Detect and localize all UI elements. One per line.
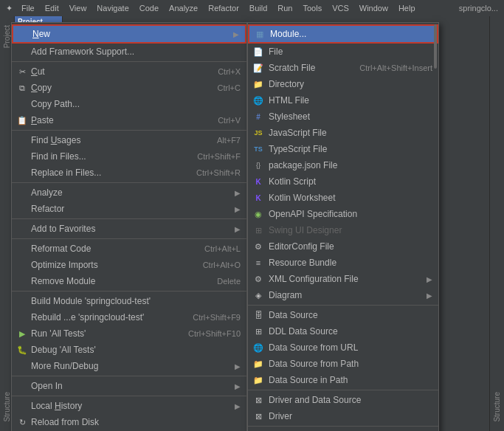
- menu-item-new[interactable]: New ▶: [13, 26, 245, 42]
- menu-label-new: New: [32, 29, 230, 39]
- menu-help[interactable]: Help: [394, 2, 420, 14]
- submenu-item-html[interactable]: 🌐 HTML File: [248, 92, 438, 108]
- submenu-label-javascript: JavaScript File: [269, 128, 432, 138]
- menu-run[interactable]: Run: [273, 2, 297, 14]
- menu-item-reload[interactable]: ↻ Reload from Disk: [12, 414, 246, 430]
- menu-item-optimize[interactable]: Optimize Imports Ctrl+Alt+O: [12, 257, 246, 273]
- submenu-item-xml-config[interactable]: ⚙ XML Configuration File ▶: [248, 271, 438, 287]
- app-logo: ✦: [6, 4, 13, 13]
- menu-item-add-framework[interactable]: Add Framework Support...: [12, 44, 246, 60]
- reformat-icon: [16, 243, 28, 255]
- menu-refactor[interactable]: Refactor: [204, 2, 244, 14]
- package-json-icon: {}: [252, 159, 264, 171]
- menu-item-paste[interactable]: 📋 Paste Ctrl+V: [12, 112, 246, 128]
- separator-6: [12, 291, 246, 292]
- submenu-item-ddl[interactable]: ⊞ DDL Data Source: [248, 323, 438, 339]
- menu-window[interactable]: Window: [355, 2, 393, 14]
- more-run-debug-arrow: ▶: [235, 362, 241, 370]
- menu-item-local-history[interactable]: Local History ▶: [12, 398, 246, 414]
- submenu-item-ds-path[interactable]: 📁 Data Source from Path: [248, 356, 438, 372]
- menu-item-build-module[interactable]: Build Module 'springcloud-test': [12, 293, 246, 309]
- submenu-item-driver[interactable]: ⊠ Driver: [248, 408, 438, 424]
- menu-item-more-run-debug[interactable]: More Run/Debug ▶: [12, 358, 246, 374]
- submenu-label-swing: Swing UI Designer: [269, 225, 432, 235]
- find-in-files-shortcut: Ctrl+Shift+F: [197, 152, 241, 161]
- menu-item-copy[interactable]: ⧉ Copy Ctrl+C: [12, 80, 246, 96]
- data-source-icon: 🗄: [252, 309, 264, 321]
- submenu-separator-2: [248, 390, 438, 390]
- menu-navigate[interactable]: Navigate: [92, 2, 133, 14]
- xml-config-icon: ⚙: [252, 273, 264, 285]
- scroll-thumb[interactable]: [434, 24, 437, 69]
- menu-item-replace-in-files[interactable]: Replace in Files... Ctrl+Shift+R: [12, 165, 246, 181]
- sidebar-tab-right[interactable]: Structure: [491, 386, 503, 428]
- menu-item-open-in[interactable]: Open In ▶: [12, 378, 246, 394]
- submenu-item-file[interactable]: 📄 File: [248, 44, 438, 60]
- menu-item-analyze[interactable]: Analyze ▶: [12, 185, 246, 201]
- menu-edit[interactable]: Edit: [41, 2, 63, 14]
- open-in-icon: [16, 380, 28, 392]
- separator-2: [12, 130, 246, 131]
- submenu-item-package-json[interactable]: {} package.json File: [248, 157, 438, 173]
- paste-shortcut: Ctrl+V: [218, 116, 241, 125]
- menu-item-copy-path[interactable]: Copy Path...: [12, 96, 246, 112]
- submenu-separator-3: [248, 426, 438, 427]
- refactor-arrow: ▶: [235, 205, 241, 213]
- menu-vcs[interactable]: VCS: [328, 2, 353, 14]
- submenu-item-driver-ds[interactable]: ⊠ Driver and Data Source: [248, 392, 438, 408]
- menu-item-run-tests[interactable]: ▶ Run 'All Tests' Ctrl+Shift+F10: [12, 325, 246, 342]
- separator-8: [12, 396, 246, 396]
- scroll-indicator: [433, 23, 438, 431]
- menu-item-debug-tests[interactable]: 🐛 Debug 'All Tests': [12, 342, 246, 358]
- menu-item-cut[interactable]: ✂ Cut Ctrl+X: [12, 63, 246, 80]
- submenu-item-scratch-file[interactable]: 📝 Scratch File Ctrl+Alt+Shift+Insert: [248, 60, 438, 76]
- submenu-item-data-source[interactable]: 🗄 Data Source: [248, 307, 438, 323]
- menu-view[interactable]: View: [65, 2, 92, 14]
- submenu-separator-1: [248, 305, 438, 306]
- submenu-item-resource-bundle[interactable]: ≡ Resource Bundle: [248, 255, 438, 271]
- submenu-label-resource-bundle: Resource Bundle: [269, 258, 432, 268]
- submenu-item-kotlin-worksheet[interactable]: K Kotlin Worksheet: [248, 190, 438, 206]
- submenu-item-diagram[interactable]: ◈ Diagram ▶: [248, 287, 438, 303]
- menu-tools[interactable]: Tools: [298, 2, 326, 14]
- menu-file[interactable]: File: [17, 2, 39, 14]
- menu-build[interactable]: Build: [245, 2, 272, 14]
- file-icon: 📄: [252, 46, 264, 58]
- menu-item-remove-module[interactable]: Remove Module Delete: [12, 273, 246, 289]
- menu-analyze[interactable]: Analyze: [165, 2, 202, 14]
- menu-item-rebuild[interactable]: Rebuild ...e 'springcloud-test' Ctrl+Shi…: [12, 309, 246, 325]
- submenu-item-ds-in-path[interactable]: 📁 Data Source in Path: [248, 372, 438, 388]
- submenu-item-module[interactable]: ▦ Module...: [249, 26, 437, 42]
- scratch-file-icon: 📝: [252, 62, 264, 74]
- menu-item-refactor[interactable]: Refactor ▶: [12, 201, 246, 217]
- menu-item-find-in-files[interactable]: Find in Files... Ctrl+Shift+F: [12, 148, 246, 165]
- submenu-label-kotlin-script: Kotlin Script: [269, 176, 432, 187]
- submenu-item-typescript[interactable]: TS TypeScript File: [248, 141, 438, 157]
- local-history-arrow: ▶: [235, 402, 241, 410]
- menu-item-find-usages[interactable]: Find Usages Alt+F7: [12, 132, 246, 148]
- submenu-item-http[interactable]: ≡ HTTP Request: [248, 428, 438, 431]
- submenu-item-kotlin-script[interactable]: K Kotlin Script: [248, 173, 438, 190]
- submenu-item-directory[interactable]: 📁 Directory: [248, 76, 438, 92]
- run-tests-shortcut: Ctrl+Shift+F10: [188, 329, 241, 338]
- title-bar: ✦ File Edit View Navigate Code Analyze R…: [0, 0, 504, 16]
- menu-code[interactable]: Code: [135, 2, 163, 14]
- submenu-label-scratch-file: Scratch File: [269, 63, 352, 73]
- submenu-label-ds-path: Data Source from Path: [269, 359, 432, 369]
- menu-label-rebuild: Rebuild ...e 'springcloud-test': [31, 312, 178, 323]
- menu-item-reformat[interactable]: Reformat Code Ctrl+Alt+L: [12, 241, 246, 257]
- menu-label-copy: Copy: [31, 83, 203, 93]
- submenu-item-openapi[interactable]: ◉ OpenAPI Specification: [248, 206, 438, 222]
- submenu-item-swing: ⊞ Swing UI Designer: [248, 222, 438, 238]
- menu-label-remove-module: Remove Module: [31, 276, 202, 286]
- submenu-item-stylesheet[interactable]: # Stylesheet: [248, 108, 438, 125]
- add-framework-icon: [16, 46, 28, 58]
- submenu-label-ddl: DDL Data Source: [269, 326, 432, 337]
- menu-label-open-in: Open In: [31, 381, 232, 391]
- ds-in-path-icon: 📁: [252, 374, 264, 386]
- submenu-item-ds-url[interactable]: 🌐 Data Source from URL: [248, 339, 438, 356]
- submenu-item-editorconfig[interactable]: ⚙ EditorConfig File: [248, 238, 438, 255]
- submenu-item-javascript[interactable]: JS JavaScript File: [248, 125, 438, 141]
- module-row-border: ▦ Module...: [248, 24, 438, 44]
- menu-item-add-favorites[interactable]: Add to Favorites ▶: [12, 221, 246, 237]
